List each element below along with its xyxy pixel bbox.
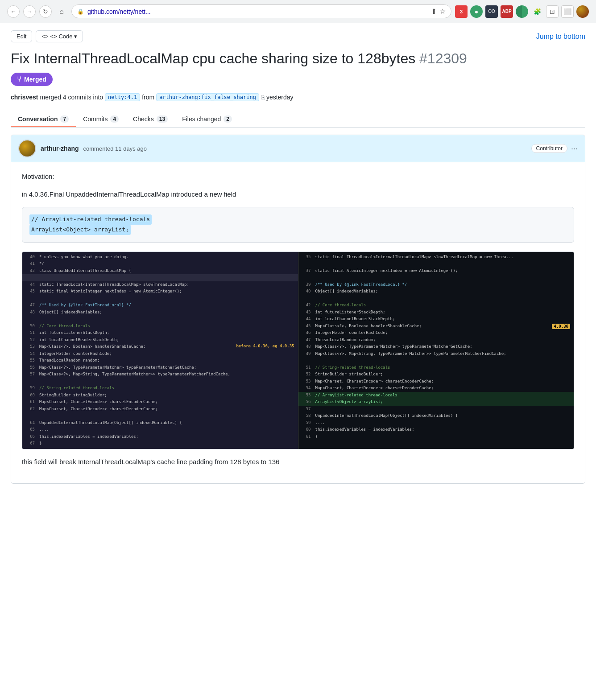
left-line-50: 50 // Core thread-locals bbox=[22, 323, 298, 330]
left-line-63 bbox=[22, 412, 298, 420]
window-control-2[interactable]: ⬜ bbox=[561, 5, 574, 18]
extension-puzzle[interactable]: 🧩 bbox=[531, 5, 543, 18]
address-bar[interactable]: 🔒 github.com/netty/nett... ⬆ ☆ bbox=[71, 4, 451, 18]
right-line-48: 48 Map<Class<?>, TypeParameterMatcher> t… bbox=[298, 343, 574, 350]
right-line-41 bbox=[298, 295, 574, 302]
extension-green[interactable]: ● bbox=[470, 5, 483, 18]
right-line-43: 43 int futureListenerStackDepth; bbox=[298, 309, 574, 316]
tabs-container: Conversation 7 Commits 4 Checks 13 Files… bbox=[11, 112, 585, 128]
top-toolbar: Edit <> <> Code ▾ Jump to bottom bbox=[11, 30, 585, 42]
tab-checks-count: 13 bbox=[157, 115, 168, 123]
left-line-67: 67 } bbox=[22, 440, 298, 447]
pr-title: Fix InternalThreadLocalMap cpu cache sha… bbox=[11, 49, 585, 67]
left-line-57: 57 Map<Class<?>, Map<String, TypeParamet… bbox=[22, 371, 298, 378]
contributor-badge: Contributor bbox=[531, 144, 567, 153]
code-label: <> Code bbox=[50, 33, 73, 40]
left-line-56: 56 Map<Class<?>, TypeParameterMatcher> t… bbox=[22, 364, 298, 371]
left-line-47: 47 /** Used by {@link FastThreadLocal} *… bbox=[22, 302, 298, 309]
left-line-45: 45 static final AtomicInteger nextIndex … bbox=[22, 288, 298, 295]
tab-commits-label: Commits bbox=[83, 115, 108, 123]
lock-icon: 🔒 bbox=[77, 8, 84, 15]
right-line-40: 40 Object[] indexedVariables; bbox=[298, 288, 574, 295]
code-pane-right: 35 static final ThreadLocal<InternalThre… bbox=[298, 252, 574, 449]
code-highlight-2: ArrayList<Object> arrayList; bbox=[29, 225, 131, 235]
left-line-59: 59 // String-related thread-locals bbox=[22, 385, 298, 392]
right-line-56: 56 ArrayList<Object> arrayList; bbox=[298, 399, 574, 406]
tab-checks[interactable]: Checks 13 bbox=[126, 112, 175, 127]
comment-body: Motivation: in 4.0.36.Final UnpaddedInte… bbox=[11, 162, 585, 483]
jump-to-bottom-link[interactable]: Jump to bottom bbox=[536, 33, 585, 41]
tab-commits[interactable]: Commits 4 bbox=[76, 112, 126, 127]
comment-header-left: arthur-zhang commented 11 days ago bbox=[18, 140, 147, 157]
pr-title-text: Fix InternalThreadLocalMap cpu cache sha… bbox=[11, 50, 415, 66]
extension-circle[interactable] bbox=[516, 5, 528, 18]
pr-author[interactable]: chrisvest bbox=[11, 94, 38, 101]
left-line-42: 42 class UnpaddedInternalThreadLocalMap … bbox=[22, 268, 298, 275]
right-line-36 bbox=[298, 260, 574, 268]
right-line-42: 42 // Core thread-locals bbox=[298, 302, 574, 309]
tab-conversation[interactable]: Conversation 7 bbox=[11, 112, 76, 127]
left-line-58 bbox=[22, 378, 298, 385]
share-icon[interactable]: ⬆ bbox=[431, 7, 437, 16]
comment-time: commented 11 days ago bbox=[83, 145, 147, 152]
comment-motivation: Motivation: bbox=[22, 171, 574, 182]
page-content: Edit <> <> Code ▾ Jump to bottom Fix Int… bbox=[0, 23, 596, 491]
left-line-44: 44 static ThreadLocal<InternalThreadLoca… bbox=[22, 281, 298, 288]
left-line-66: 66 this.indexedVariables = indexedVariab… bbox=[22, 433, 298, 441]
copy-icon[interactable]: ⎘ bbox=[261, 94, 265, 101]
back-button[interactable]: ← bbox=[7, 5, 20, 18]
code-button[interactable]: <> <> Code ▾ bbox=[36, 30, 83, 42]
tab-files-changed[interactable]: Files changed 2 bbox=[175, 112, 239, 127]
edit-button[interactable]: Edit bbox=[11, 30, 32, 42]
comment-description: in 4.0.36.Final UnpaddedInternalThreadLo… bbox=[22, 189, 574, 200]
left-line-60: 60 StringBuilder stringBuilder; bbox=[22, 392, 298, 399]
right-line-46: 46 IntegerHolder counterHashCode; bbox=[298, 329, 574, 337]
right-line-59: 59 .... bbox=[298, 420, 574, 427]
tab-conversation-label: Conversation bbox=[18, 115, 58, 123]
window-control-1[interactable]: ⊡ bbox=[546, 5, 559, 18]
left-line-65: 65 .... bbox=[22, 426, 298, 433]
right-line-38 bbox=[298, 274, 574, 281]
more-options-button[interactable]: ··· bbox=[571, 144, 578, 153]
url-text: github.com/netty/nett... bbox=[87, 8, 427, 15]
browser-chrome: ← → ↻ ⌂ 🔒 github.com/netty/nett... ⬆ ☆ 3… bbox=[0, 0, 596, 23]
home-button[interactable]: ⌂ bbox=[55, 5, 68, 18]
left-line-41: 41 */ bbox=[22, 260, 298, 268]
tab-checks-label: Checks bbox=[133, 115, 154, 123]
left-line-53: 53 Map<Class<?>, Boolean> handlerSharabl… bbox=[22, 343, 298, 350]
commenter-name[interactable]: arthur-zhang bbox=[41, 145, 79, 152]
extension-dark[interactable]: OO bbox=[485, 5, 498, 18]
refresh-button[interactable]: ↻ bbox=[39, 5, 52, 18]
source-branch[interactable]: arthur-zhang:fix_false_sharing bbox=[156, 93, 259, 101]
avatar-image bbox=[19, 140, 35, 156]
tab-commits-count: 4 bbox=[110, 115, 119, 123]
right-line-47: 47 ThreadLocalRandom random; bbox=[298, 337, 574, 344]
right-line-35: 35 static final ThreadLocal<InternalThre… bbox=[298, 254, 574, 261]
extension-abp[interactable]: ABP bbox=[501, 5, 513, 18]
left-line-55: 55 ThreadLocalRandom random; bbox=[22, 357, 298, 364]
comment-header: arthur-zhang commented 11 days ago Contr… bbox=[11, 135, 585, 162]
right-line-39: 39 /** Used by {@link FastThreadLocal} *… bbox=[298, 281, 574, 288]
bookmark-icon[interactable]: ☆ bbox=[439, 7, 446, 16]
browser-extensions: 3 ● OO ABP 🧩 ⊡ ⬜ bbox=[455, 5, 589, 18]
forward-button[interactable]: → bbox=[23, 5, 36, 18]
left-line-51: 51 int futureListenerStackDepth; bbox=[22, 329, 298, 337]
toolbar-left: Edit <> <> Code ▾ bbox=[11, 30, 83, 42]
right-line-54: 54 Map<Charset, CharsetDecoder> charsetD… bbox=[298, 385, 574, 392]
right-line-49: 49 Map<Class<?>, Map<String, TypeParamet… bbox=[298, 350, 574, 358]
left-line-40: 40 * unless you know what you are doing. bbox=[22, 254, 298, 261]
right-line-61: 61 } bbox=[298, 433, 574, 441]
address-actions: ⬆ ☆ bbox=[431, 7, 446, 16]
code-block: // ArrayList-related thread-locals Array… bbox=[22, 207, 574, 243]
merged-label: Merged bbox=[24, 76, 46, 83]
profile-avatar[interactable] bbox=[576, 5, 589, 18]
right-code-lines: 35 static final ThreadLocal<InternalThre… bbox=[298, 252, 574, 442]
commenter-avatar bbox=[18, 140, 36, 157]
code-line-1: // ArrayList-related thread-locals bbox=[29, 214, 567, 225]
merge-action-text: merged 4 commits into bbox=[40, 94, 103, 101]
right-line-45: 45 Map<Class<?>, Boolean> handlerSharabl… bbox=[298, 323, 574, 330]
extension-red[interactable]: 3 bbox=[455, 5, 468, 18]
comment-container: arthur-zhang commented 11 days ago Contr… bbox=[11, 135, 585, 484]
target-branch[interactable]: netty:4.1 bbox=[105, 93, 140, 101]
tab-files-changed-label: Files changed bbox=[182, 115, 221, 123]
